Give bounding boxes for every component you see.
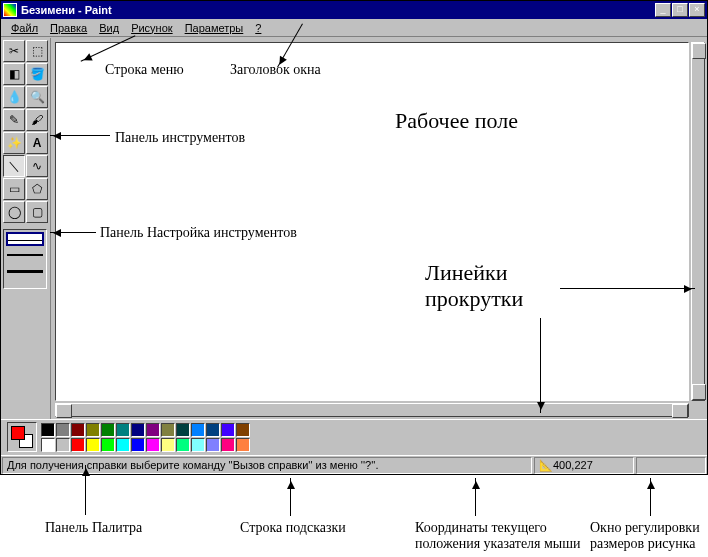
close-button[interactable]: ×	[689, 3, 705, 17]
palette-color-15[interactable]	[56, 438, 70, 452]
arrow-scroll-right	[560, 288, 695, 289]
arrow-hint	[290, 478, 291, 516]
palette-color-18[interactable]	[101, 438, 115, 452]
line-width-3[interactable]	[6, 264, 44, 278]
arrow-scroll-down	[540, 318, 541, 413]
tool-airbrush[interactable]: ✨	[3, 132, 25, 154]
tool-picker[interactable]: 💧	[3, 86, 25, 108]
palette-color-25[interactable]	[206, 438, 220, 452]
tool-zoom[interactable]: 🔍	[26, 86, 48, 108]
palette-color-6[interactable]	[131, 423, 145, 437]
arrow-palette	[85, 465, 86, 515]
palette-color-9[interactable]	[176, 423, 190, 437]
tool-rounded-rect[interactable]: ▢	[26, 201, 48, 223]
tool-polygon[interactable]: ⬠	[26, 178, 48, 200]
anno-toolbox: Панель инструментов	[115, 130, 245, 146]
window-title: Безимени - Paint	[21, 4, 655, 16]
minimize-button[interactable]: _	[655, 3, 671, 17]
anno-palette: Панель Палитра	[45, 520, 142, 536]
tool-curve[interactable]: ∿	[26, 155, 48, 177]
palette-color-26[interactable]	[221, 438, 235, 452]
tool-pencil[interactable]: ✎	[3, 109, 25, 131]
status-coordinates: 📐 400,227	[534, 457, 634, 474]
palette-color-19[interactable]	[116, 438, 130, 452]
menu-bar: Файл Правка Вид Рисунок Параметры ?	[1, 19, 707, 37]
color-palette-bar	[1, 419, 707, 454]
status-bar: Для получения справки выберите команду '…	[1, 455, 707, 474]
horizontal-scrollbar[interactable]	[55, 403, 689, 417]
palette-color-24[interactable]	[191, 438, 205, 452]
tool-ellipse[interactable]: ◯	[3, 201, 25, 223]
palette-color-8[interactable]	[161, 423, 175, 437]
tool-line[interactable]: ＼	[3, 155, 25, 177]
app-icon	[3, 3, 17, 17]
tool-freeform-select[interactable]: ✂	[3, 40, 25, 62]
menu-file[interactable]: Файл	[5, 21, 44, 35]
arrow-toolbox	[50, 135, 110, 136]
anno-hint: Строка подсказки	[240, 520, 346, 536]
palette-color-17[interactable]	[86, 438, 100, 452]
vertical-scrollbar[interactable]	[691, 42, 705, 401]
palette-color-22[interactable]	[161, 438, 175, 452]
menu-edit[interactable]: Правка	[44, 21, 93, 35]
palette-color-13[interactable]	[236, 423, 250, 437]
anno-tool-opts: Панель Настройка инструментов	[100, 225, 297, 241]
palette-color-23[interactable]	[176, 438, 190, 452]
foreground-color	[11, 426, 25, 440]
drawing-canvas[interactable]	[55, 42, 689, 401]
maximize-button[interactable]: □	[672, 3, 688, 17]
anno-workfield: Рабочее поле	[395, 108, 518, 134]
arrow-size	[650, 478, 651, 516]
arrow-coords	[475, 478, 476, 516]
toolbox: ✂ ⬚ ◧ 🪣 💧 🔍 ✎ 🖌 ✨ A ＼ ∿ ▭ ⬠ ◯ ▢	[1, 38, 51, 419]
tool-rect-select[interactable]: ⬚	[26, 40, 48, 62]
anno-coords: Координаты текущего положения указателя …	[415, 520, 581, 552]
anno-scrollbars: Линейки прокрутки	[425, 260, 523, 312]
line-width-2[interactable]	[6, 248, 44, 262]
menu-view[interactable]: Вид	[93, 21, 125, 35]
menu-options[interactable]: Параметры	[179, 21, 250, 35]
tool-rectangle[interactable]: ▭	[3, 178, 25, 200]
anno-size: Окно регулировки размеров рисунка	[590, 520, 700, 552]
current-colors[interactable]	[7, 422, 37, 452]
palette-color-20[interactable]	[131, 438, 145, 452]
palette-color-5[interactable]	[116, 423, 130, 437]
tool-fill[interactable]: 🪣	[26, 63, 48, 85]
tool-eraser[interactable]: ◧	[3, 63, 25, 85]
palette-color-2[interactable]	[71, 423, 85, 437]
palette-color-7[interactable]	[146, 423, 160, 437]
palette-color-4[interactable]	[101, 423, 115, 437]
palette-color-11[interactable]	[206, 423, 220, 437]
tool-brush[interactable]: 🖌	[26, 109, 48, 131]
color-palette	[41, 423, 250, 452]
palette-color-16[interactable]	[71, 438, 85, 452]
palette-color-0[interactable]	[41, 423, 55, 437]
palette-color-21[interactable]	[146, 438, 160, 452]
tool-text[interactable]: A	[26, 132, 48, 154]
palette-color-10[interactable]	[191, 423, 205, 437]
anno-menu-line: Строка меню	[105, 62, 184, 78]
palette-color-27[interactable]	[236, 438, 250, 452]
menu-help[interactable]: ?	[249, 21, 267, 35]
status-image-size	[636, 457, 706, 474]
line-width-1[interactable]	[6, 232, 44, 246]
tool-options-panel	[3, 229, 47, 289]
arrow-tool-opts	[50, 232, 96, 233]
palette-color-1[interactable]	[56, 423, 70, 437]
palette-color-14[interactable]	[41, 438, 55, 452]
palette-color-12[interactable]	[221, 423, 235, 437]
title-bar[interactable]: Безимени - Paint _ □ ×	[1, 1, 707, 19]
palette-color-3[interactable]	[86, 423, 100, 437]
menu-image[interactable]: Рисунок	[125, 21, 179, 35]
